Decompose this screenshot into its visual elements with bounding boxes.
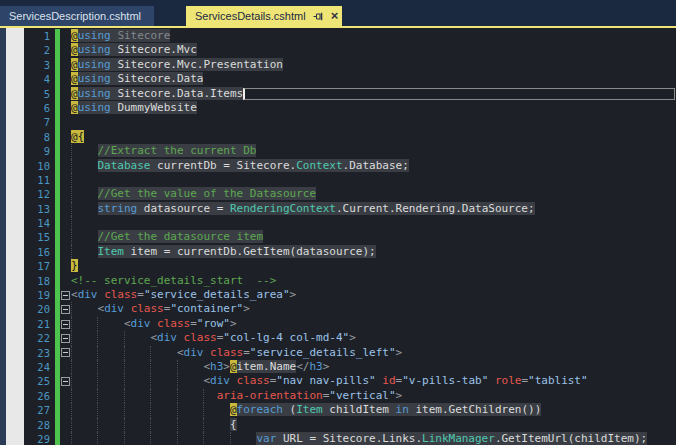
line-number: 2 bbox=[24, 43, 55, 57]
indent-guide bbox=[71, 346, 72, 360]
code-line: 15 //Get the datasource item bbox=[24, 230, 676, 244]
code-text: @foreach (Item childItem in item.GetChil… bbox=[71, 403, 676, 417]
line-number: 15 bbox=[24, 230, 55, 244]
indent-guide bbox=[97, 331, 98, 345]
indent-guide bbox=[124, 360, 125, 374]
code-text bbox=[71, 216, 676, 230]
code-line: 6@using DummyWebsite bbox=[24, 101, 676, 115]
indent-guide bbox=[97, 418, 98, 432]
indent-guide bbox=[124, 374, 125, 388]
indent-guide bbox=[71, 360, 72, 374]
indent-guide bbox=[71, 173, 72, 187]
fold-margin bbox=[60, 87, 71, 101]
indent-guide bbox=[150, 346, 151, 360]
collapse-icon[interactable] bbox=[61, 334, 70, 343]
indent-guide bbox=[203, 418, 204, 432]
indent-guide bbox=[71, 389, 72, 403]
indent-guide bbox=[71, 374, 72, 388]
tab-servicesdescription[interactable]: ServicesDescription.cshtml bbox=[0, 6, 154, 26]
fold-margin bbox=[60, 418, 71, 432]
line-number: 29 bbox=[24, 432, 55, 445]
collapse-icon[interactable] bbox=[61, 320, 70, 329]
collapse-icon[interactable] bbox=[61, 348, 70, 357]
indent-guide bbox=[97, 374, 98, 388]
code-lines[interactable]: 1@using Sitecore2@using Sitecore.Mvc3@us… bbox=[24, 29, 676, 445]
code-text: @using Sitecore.Mvc bbox=[71, 43, 676, 57]
indent-guide bbox=[177, 418, 178, 432]
caret-line-box bbox=[243, 88, 675, 100]
fold-margin[interactable] bbox=[60, 346, 71, 360]
indent-guide bbox=[97, 389, 98, 403]
code-line: 23 <div class="service_details_left"> bbox=[24, 346, 676, 360]
breakpoint-margin[interactable] bbox=[6, 28, 24, 445]
close-icon[interactable]: × bbox=[331, 10, 339, 22]
indent-guide bbox=[124, 418, 125, 432]
code-line: 3@using Sitecore.Mvc.Presentation bbox=[24, 58, 676, 72]
collapse-icon[interactable] bbox=[61, 377, 70, 386]
line-number: 11 bbox=[24, 173, 55, 187]
indent-guide bbox=[177, 389, 178, 403]
indent-guide bbox=[150, 389, 151, 403]
fold-margin bbox=[60, 187, 71, 201]
fold-margin[interactable] bbox=[60, 288, 71, 302]
fold-margin[interactable] bbox=[60, 331, 71, 345]
code-text: @using Sitecore bbox=[71, 29, 676, 43]
indent-guide bbox=[150, 360, 151, 374]
fold-margin[interactable] bbox=[60, 317, 71, 331]
code-text: Item item = currentDb.GetItem(datasource… bbox=[71, 245, 676, 259]
tab-label: ServicesDetails.cshtml bbox=[195, 10, 306, 22]
fold-margin[interactable] bbox=[60, 302, 71, 316]
fold-margin bbox=[60, 274, 71, 288]
code-line: 28 { bbox=[24, 418, 676, 432]
code-text: Database currentDb = Sitecore.Context.Da… bbox=[71, 159, 676, 173]
tab-servicesdetails[interactable]: ServicesDetails.cshtml × bbox=[186, 6, 342, 26]
line-number: 23 bbox=[24, 346, 55, 360]
fold-margin bbox=[60, 360, 71, 374]
indent-guide bbox=[230, 432, 231, 445]
code-text: <!-- service_details_start --> bbox=[71, 274, 676, 288]
indent-guide bbox=[71, 245, 72, 259]
line-number: 20 bbox=[24, 302, 55, 316]
indent-guide bbox=[71, 187, 72, 201]
fold-margin bbox=[60, 29, 71, 43]
line-number: 14 bbox=[24, 216, 55, 230]
collapse-icon[interactable] bbox=[61, 291, 70, 300]
code-line: 27 @foreach (Item childItem in item.GetC… bbox=[24, 403, 676, 417]
code-text: } bbox=[71, 259, 676, 273]
line-number: 8 bbox=[24, 130, 55, 144]
fold-margin bbox=[60, 43, 71, 57]
indent-guide bbox=[177, 403, 178, 417]
code-text: @{ bbox=[71, 130, 676, 144]
collapse-icon[interactable] bbox=[61, 305, 70, 314]
line-number: 17 bbox=[24, 259, 55, 273]
indent-guide bbox=[177, 432, 178, 445]
indent-guide bbox=[203, 403, 204, 417]
indent-guide bbox=[203, 389, 204, 403]
code-line: 10 Database currentDb = Sitecore.Context… bbox=[24, 159, 676, 173]
indent-guide bbox=[71, 216, 72, 230]
code-editor[interactable]: 1@using Sitecore2@using Sitecore.Mvc3@us… bbox=[0, 28, 676, 445]
indent-guide bbox=[150, 432, 151, 445]
fold-margin bbox=[60, 130, 71, 144]
code-line: 1@using Sitecore bbox=[24, 29, 676, 43]
indent-guide bbox=[124, 432, 125, 445]
code-line: 17} bbox=[24, 259, 676, 273]
code-line: 7 bbox=[24, 115, 676, 129]
code-line: 13 string datasource = RenderingContext.… bbox=[24, 202, 676, 216]
code-text: @using DummyWebsite bbox=[71, 101, 676, 115]
indent-guide bbox=[97, 346, 98, 360]
line-number: 7 bbox=[24, 115, 55, 129]
code-text: //Get the value of the Datasource bbox=[71, 187, 676, 201]
line-number: 6 bbox=[24, 101, 55, 115]
indent-guide bbox=[150, 403, 151, 417]
code-text: //Get the datasource item bbox=[71, 230, 676, 244]
indent-guide bbox=[124, 403, 125, 417]
fold-margin[interactable] bbox=[60, 374, 71, 388]
pin-icon[interactable] bbox=[313, 11, 324, 22]
code-line: 20 <div class="container"> bbox=[24, 302, 676, 316]
indent-guide bbox=[97, 317, 98, 331]
fold-margin bbox=[60, 58, 71, 72]
code-text: <div class="col-lg-4 col-md-4"> bbox=[71, 331, 676, 345]
code-text: string datasource = RenderingContext.Cur… bbox=[71, 202, 676, 216]
code-text: aria-orientation="vertical"> bbox=[71, 389, 676, 403]
